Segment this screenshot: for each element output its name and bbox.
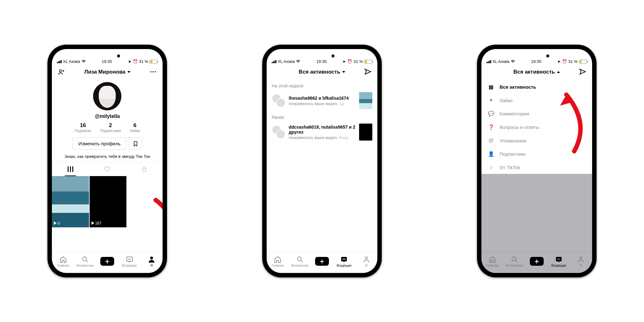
signal-icon [57, 60, 62, 63]
nav-discover[interactable]: Интересное [74, 253, 96, 270]
tab-grid[interactable] [52, 162, 89, 176]
filter-item-comments[interactable]: 💬Комментарии [481, 107, 592, 120]
bottom-nav: Главная Интересное ＋ Входящие Я [267, 252, 377, 273]
send-icon[interactable] [364, 68, 372, 76]
status-bar: XL Axiata 19:35 ➤ ⏰ 31 % [52, 49, 163, 65]
filter-item-tiktok[interactable]: ♪От TikTok [481, 161, 592, 174]
chat-icon: ▤ [488, 84, 495, 90]
send-icon[interactable] [578, 68, 587, 76]
tiktok-icon: ♪ [488, 164, 495, 170]
comment-icon: 💬 [488, 111, 495, 117]
svg-rect-10 [342, 259, 346, 259]
nav-home[interactable]: Главная [52, 253, 74, 270]
heart-icon: ♥ [488, 97, 495, 103]
at-icon: @ [488, 138, 495, 143]
stat-followers[interactable]: 2Подписчики [100, 122, 121, 133]
avatar-pair-icon [272, 125, 286, 139]
wifi-icon [81, 60, 86, 63]
svg-rect-1 [68, 166, 69, 172]
avatar-pair-icon [272, 94, 286, 108]
svg-point-12 [512, 257, 516, 261]
svg-point-5 [83, 257, 87, 261]
filter-item-followers[interactable]: 👤Подписчики [481, 147, 592, 161]
clock: 19:35 [102, 59, 112, 64]
svg-rect-3 [72, 166, 73, 172]
notification-row[interactable]: ihesasha9662 и bfkalisa1674 понравилось … [267, 90, 377, 112]
svg-rect-2 [70, 166, 71, 172]
alarm-icon: ⏰ [133, 59, 138, 64]
nav-me[interactable]: Я [570, 253, 592, 270]
phone-profile: XL Axiata 19:35 ➤ ⏰ 31 % Лиза Миронова ·… [47, 45, 167, 277]
nav-discover[interactable]: Интересное [289, 253, 311, 270]
bottom-nav: Главная Интересное ＋ Входящие Я [52, 252, 163, 273]
video-thumb-icon[interactable] [359, 92, 372, 109]
stats-row: 16Подписки 2Подписчики 6Лайки [52, 122, 163, 133]
battery-icon [149, 60, 158, 64]
filter-item-mentions[interactable]: @Упоминания [481, 134, 592, 147]
status-bar: XL Axiata 19:35 ➤⏰31 % [481, 49, 592, 65]
handle: @milytella [52, 114, 163, 119]
tab-liked[interactable] [89, 162, 126, 176]
nav-create[interactable]: ＋ [96, 253, 118, 270]
chevron-down-icon [342, 71, 345, 73]
nav-inbox[interactable]: Входящие [548, 253, 570, 270]
svg-point-7 [150, 256, 153, 259]
svg-rect-14 [557, 259, 560, 259]
more-icon[interactable]: ··· [149, 68, 158, 76]
carrier-label: XL Axiata [63, 59, 80, 64]
svg-point-11 [365, 257, 367, 259]
filter-item-likes[interactable]: ♥Лайки [481, 94, 592, 107]
svg-point-15 [580, 257, 582, 259]
video-thumb-1[interactable]: 167 [90, 176, 126, 227]
nav-inbox[interactable]: Входящие [119, 253, 141, 270]
chevron-down-icon [127, 71, 130, 73]
stat-following[interactable]: 16Подписки [75, 122, 91, 133]
nav-home[interactable]: Главная [481, 253, 503, 270]
svg-point-8 [297, 257, 301, 261]
stat-likes[interactable]: 6Лайки [130, 122, 140, 133]
filter-item-qna[interactable]: ❓Вопросы и ответы [481, 120, 592, 134]
profile-name-dropdown[interactable]: Лиза Миронова [84, 69, 130, 75]
overlay-backdrop[interactable] [481, 174, 592, 252]
svg-rect-4 [142, 169, 146, 171]
video-thumb-0[interactable]: 0 [52, 176, 89, 227]
section-header-1: Ранее [267, 112, 377, 121]
tab-private[interactable] [126, 162, 163, 176]
nav-create[interactable]: ＋ [525, 253, 547, 270]
nav-home[interactable]: Главная [267, 253, 289, 270]
inbox-title-dropdown[interactable]: Вся активность [299, 69, 345, 75]
nav-inbox[interactable]: Входящие [333, 253, 355, 270]
qna-icon: ❓ [488, 124, 495, 130]
filter-menu: ▤Вся активность ♥Лайки 💬Комментарии ❓Воп… [481, 80, 592, 174]
bottom-nav: Главная Интересное ＋ Входящие Я [481, 252, 592, 273]
inbox-title-dropdown[interactable]: Вся активность [514, 69, 560, 75]
filter-item-all[interactable]: ▤Вся активность [481, 80, 592, 94]
nav-me[interactable]: Я [355, 253, 377, 270]
nav-create[interactable]: ＋ [311, 253, 333, 270]
bookmarks-button[interactable] [129, 137, 142, 150]
avatar[interactable] [93, 82, 121, 110]
chevron-up-icon [557, 71, 560, 73]
video-thumb-icon[interactable] [359, 124, 372, 141]
add-friend-icon[interactable] [57, 68, 66, 76]
edit-profile-button[interactable]: Изменить профиль [72, 137, 126, 150]
phone-inbox: XL Axiata 19:35 ➤⏰31 % Вся активность На… [262, 45, 382, 277]
bio: Знаю, как превратить тебя в звезду Тик Т… [52, 154, 163, 162]
nav-discover[interactable]: Интересное [503, 253, 525, 270]
loc-icon: ➤ [128, 59, 131, 64]
nav-me[interactable]: Я [141, 253, 163, 270]
user-icon: 👤 [488, 151, 495, 157]
svg-point-0 [59, 70, 62, 72]
status-bar: XL Axiata 19:35 ➤⏰31 % [267, 49, 377, 65]
profile-name: Лиза Миронова [84, 69, 125, 75]
section-header-0: На этой неделе [267, 80, 377, 90]
phone-filter: XL Axiata 19:35 ➤⏰31 % Вся активность ▤В… [477, 45, 597, 277]
battery-pct: 31 % [139, 59, 148, 64]
notification-row[interactable]: ddcsasha6019, nutalisa9657 и 2 других по… [267, 121, 377, 143]
